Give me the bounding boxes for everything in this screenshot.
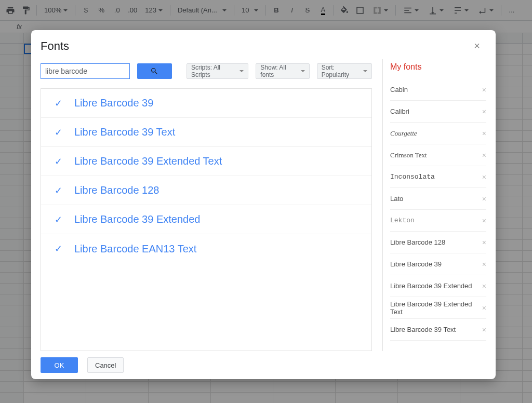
my-font-item[interactable]: Libre Barcode 39 Extended Text× bbox=[390, 297, 486, 319]
search-icon bbox=[150, 67, 158, 75]
remove-font-icon[interactable]: × bbox=[482, 282, 486, 290]
check-icon: ✓ bbox=[55, 185, 64, 196]
my-fonts-list: Cabin×Calibri×Courgette×Crimson Text×Inc… bbox=[390, 79, 486, 341]
my-font-name: Lato bbox=[390, 195, 403, 203]
my-fonts-heading: My fonts bbox=[390, 62, 486, 72]
my-font-item[interactable]: Crimson Text× bbox=[390, 144, 486, 166]
font-results-list: ✓Libre Barcode 39✓Libre Barcode 39 Text✓… bbox=[41, 88, 372, 351]
my-font-name: Courgette bbox=[390, 129, 417, 138]
my-font-name: Cabin bbox=[390, 86, 408, 93]
font-result-item[interactable]: ✓Libre Barcode 39 bbox=[41, 89, 371, 118]
my-font-name: Libre Barcode 39 bbox=[390, 260, 442, 268]
my-font-item[interactable]: Libre Barcode 39 Extended× bbox=[390, 275, 486, 297]
remove-font-icon[interactable]: × bbox=[482, 108, 486, 116]
font-result-name: Libre Barcode 39 Text bbox=[74, 126, 175, 138]
my-font-name: Libre Barcode 128 bbox=[390, 238, 445, 246]
remove-font-icon[interactable]: × bbox=[482, 304, 486, 312]
my-font-item[interactable]: Lekton× bbox=[390, 210, 486, 232]
my-font-item[interactable]: Libre Barcode 39× bbox=[390, 253, 486, 275]
font-result-name: Libre Barcode 39 bbox=[74, 97, 153, 109]
sort-filter-dropdown[interactable]: Sort: Popularity bbox=[317, 63, 372, 79]
my-font-name: Libre Barcode 39 Text bbox=[390, 326, 456, 333]
font-result-item[interactable]: ✓Libre Barcode 39 Extended Text bbox=[41, 147, 371, 176]
my-font-name: Crimson Text bbox=[390, 151, 427, 159]
font-result-name: Libre Barcode 39 Extended Text bbox=[74, 155, 222, 167]
remove-font-icon[interactable]: × bbox=[482, 129, 486, 138]
remove-font-icon[interactable]: × bbox=[482, 151, 486, 159]
scripts-filter-dropdown[interactable]: Scripts: All Scripts bbox=[187, 63, 248, 79]
my-font-item[interactable]: Inconsolata× bbox=[390, 166, 486, 188]
check-icon: ✓ bbox=[55, 127, 64, 138]
my-font-name: Lekton bbox=[390, 217, 415, 224]
my-font-item[interactable]: Courgette× bbox=[390, 123, 486, 144]
font-result-name: Libre Barcode 39 Extended bbox=[74, 213, 200, 225]
my-font-item[interactable]: Libre Barcode 39 Text× bbox=[390, 319, 486, 341]
check-icon: ✓ bbox=[55, 243, 64, 254]
remove-font-icon[interactable]: × bbox=[482, 86, 486, 94]
my-font-name: Libre Barcode 39 Extended Text bbox=[390, 300, 482, 316]
check-icon: ✓ bbox=[55, 156, 64, 167]
my-font-item[interactable]: Libre Barcode 128× bbox=[390, 232, 486, 253]
dialog-title: Fonts bbox=[41, 39, 471, 53]
remove-font-icon[interactable]: × bbox=[482, 260, 486, 268]
cancel-button[interactable]: Cancel bbox=[87, 357, 124, 373]
remove-font-icon[interactable]: × bbox=[482, 326, 486, 334]
remove-font-icon[interactable]: × bbox=[482, 173, 486, 181]
close-icon[interactable]: × bbox=[471, 40, 483, 52]
my-font-item[interactable]: Lato× bbox=[390, 188, 486, 210]
font-result-item[interactable]: ✓Libre Barcode 128 bbox=[41, 176, 371, 205]
search-button[interactable] bbox=[137, 63, 172, 79]
font-result-item[interactable]: ✓Libre Barcode 39 Extended bbox=[41, 205, 371, 234]
my-font-name: Libre Barcode 39 Extended bbox=[390, 282, 472, 290]
remove-font-icon[interactable]: × bbox=[482, 238, 486, 247]
show-filter-dropdown[interactable]: Show: All fonts bbox=[256, 63, 309, 79]
remove-font-icon[interactable]: × bbox=[482, 217, 486, 225]
font-result-item[interactable]: ✓Libre Barcode EAN13 Text bbox=[41, 234, 371, 263]
check-icon: ✓ bbox=[55, 98, 64, 109]
ok-button[interactable]: OK bbox=[41, 357, 78, 373]
font-result-name: Libre Barcode EAN13 Text bbox=[74, 243, 196, 255]
check-icon: ✓ bbox=[55, 214, 64, 225]
remove-font-icon[interactable]: × bbox=[482, 195, 486, 203]
fonts-dialog: Fonts × Scripts: All Scripts Show: All f… bbox=[31, 30, 496, 379]
my-font-item[interactable]: Cabin× bbox=[390, 79, 486, 101]
font-result-item[interactable]: ✓Libre Barcode 39 Text bbox=[41, 118, 371, 147]
font-search-input[interactable] bbox=[41, 63, 130, 79]
my-font-name: Inconsolata bbox=[390, 173, 435, 181]
my-font-item[interactable]: Calibri× bbox=[390, 101, 486, 123]
font-result-name: Libre Barcode 128 bbox=[74, 184, 159, 196]
my-font-name: Calibri bbox=[390, 108, 409, 115]
